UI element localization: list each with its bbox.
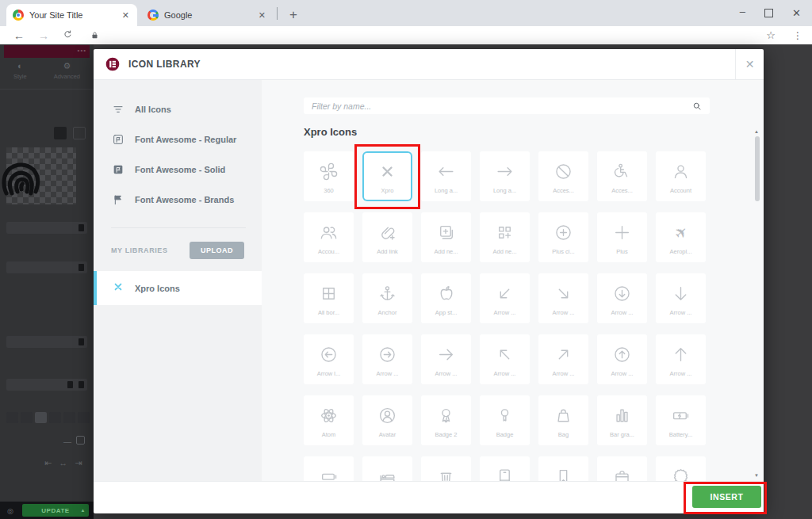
size-button[interactable] [21, 412, 33, 423]
divider-option-icon[interactable] [76, 436, 85, 445]
icon-tile-long-a[interactable]: Long a... [421, 151, 471, 201]
reload-icon[interactable] [63, 29, 73, 41]
sidebar-item-xpro-icons[interactable]: Xpro Icons [94, 271, 262, 305]
icon-tile-battery[interactable]: Battery... [656, 395, 706, 445]
icon-tile-arrow[interactable]: Arrow ... [656, 334, 706, 384]
icon-tile-xpro[interactable]: Xpro [362, 151, 412, 201]
icon-tile-anchor[interactable]: Anchor [362, 273, 412, 323]
icon-tile[interactable] [538, 456, 588, 481]
new-tab-button[interactable]: + [283, 5, 304, 25]
icon-tile-add-ne[interactable]: Add ne... [480, 212, 530, 262]
icon-tile-avatar[interactable]: Avatar [362, 395, 412, 445]
maximize-icon[interactable] [764, 9, 773, 17]
align-left-icon[interactable]: ⇤ [44, 458, 52, 468]
tab-google[interactable]: Google ✕ [141, 4, 274, 26]
close-tab-icon[interactable]: ✕ [121, 10, 131, 21]
icon-tile-acces[interactable]: Acces... [538, 151, 588, 201]
menu-dots-icon[interactable]: ⋮ [793, 30, 802, 41]
forward-icon[interactable]: → [38, 30, 49, 41]
panel-field[interactable] [6, 379, 87, 391]
icon-tile-label: Avatar [379, 431, 396, 438]
icon-tile-atom[interactable]: Atom [304, 395, 354, 445]
align-center-icon[interactable]: ↔ [59, 458, 67, 468]
icon-tile-arrow[interactable]: Arrow ... [597, 334, 647, 384]
icon-tile[interactable] [597, 456, 647, 481]
scrollbar-up-icon[interactable]: ▲ [754, 129, 759, 134]
sidebar-item-font-awesome-solid[interactable]: Font Awesome - Solid [94, 155, 262, 185]
icon-tile-add-link[interactable]: Add link [362, 212, 412, 262]
align-right-icon[interactable]: ⇥ [75, 458, 82, 468]
icon-tile[interactable] [362, 456, 412, 481]
back-icon[interactable]: ← [13, 30, 25, 41]
close-modal-icon[interactable]: ✕ [735, 49, 764, 79]
tab-advanced[interactable]: ⚙ Advanced [54, 62, 80, 80]
icon-tile-arrow[interactable]: Arrow ... [538, 273, 588, 323]
icon-tile-account[interactable]: Account [656, 151, 706, 201]
close-window-icon[interactable]: ✕ [792, 7, 801, 19]
icon-tile-360[interactable]: 360 [304, 151, 354, 201]
icon-view-toggle[interactable] [54, 127, 67, 139]
gear-icon[interactable] [67, 381, 73, 388]
size-button-selected[interactable] [35, 412, 47, 423]
trash-icon[interactable] [79, 264, 84, 271]
icon-tile-all-bor[interactable]: All bor... [304, 273, 354, 323]
icon-tile-bag[interactable]: Bag [538, 395, 588, 445]
update-button[interactable]: UPDATE ▲ [22, 504, 89, 517]
divider-style-control[interactable]: — [63, 437, 71, 446]
trash-icon[interactable] [79, 381, 84, 388]
size-button[interactable] [78, 412, 90, 423]
icon-view-toggle-alt[interactable] [73, 127, 86, 139]
icon-tile-aeropl[interactable]: ✈Aeropl... [656, 212, 706, 262]
filter-input[interactable] [312, 101, 692, 111]
scrollbar-thumb[interactable] [755, 136, 760, 201]
icon-tile-bar-gra[interactable]: Bar gra... [597, 395, 647, 445]
bookmark-star-icon[interactable]: ☆ [766, 29, 776, 41]
icon-tile-arrow[interactable]: Arrow ... [597, 273, 647, 323]
icon-tile[interactable] [480, 456, 530, 481]
close-tab-icon[interactable]: ✕ [257, 10, 267, 21]
panel-menu-icon[interactable]: ••• [78, 47, 86, 54]
sidebar-item-font-awesome-brands[interactable]: Font Awesome - Brands [94, 185, 262, 215]
icon-tile-add-ne[interactable]: Add ne... [421, 212, 471, 262]
modal-header: ICON LIBRARY ✕ [94, 49, 764, 80]
icon-tile-arrow[interactable]: Arrow ... [362, 334, 412, 384]
panel-field[interactable] [6, 336, 87, 348]
minimize-icon[interactable]: – [740, 6, 745, 17]
icon-tile[interactable] [421, 456, 471, 481]
icon-tile-long-a[interactable]: Long a... [480, 151, 530, 201]
icon-tile-acces[interactable]: Acces... [597, 151, 647, 201]
sidebar-item-all-icons[interactable]: All Icons [94, 94, 262, 124]
icon-tile-arrow[interactable]: Arrow ... [656, 273, 706, 323]
size-button[interactable] [49, 412, 61, 423]
icon-tile-label: Plus [616, 248, 628, 255]
size-button[interactable] [63, 412, 75, 423]
tab-your-site-title[interactable]: Your Site Title ✕ [6, 4, 137, 26]
icon-tile-plus-ci[interactable]: Plus ci... [538, 212, 588, 262]
tab-label: Style [13, 73, 27, 80]
upload-button[interactable]: UPLOAD [190, 242, 244, 259]
preview-icon[interactable]: ◎ [7, 507, 13, 515]
tab-style[interactable]: ◐ Style [13, 62, 27, 80]
book-icon [495, 462, 515, 481]
icon-tile-app-st[interactable]: App st... [421, 273, 471, 323]
icon-tile-arrow[interactable]: Arrow ... [538, 334, 588, 384]
sidebar-item-font-awesome-regular[interactable]: Font Awesome - Regular [94, 124, 262, 155]
panel-field[interactable] [6, 222, 87, 234]
icon-tile-arrow[interactable]: Arrow ... [421, 334, 471, 384]
icon-tile-accou[interactable]: Accou... [304, 212, 354, 262]
icon-tile-badge-2[interactable]: Badge 2 [421, 395, 471, 445]
icon-tile-label: Xpro [381, 187, 394, 194]
icon-tile-badge[interactable]: Badge [480, 395, 530, 445]
insert-button[interactable]: INSERT [692, 486, 761, 508]
scrollbar-down-icon[interactable]: ▼ [754, 473, 759, 478]
icon-tile[interactable] [304, 456, 354, 481]
trash-icon[interactable] [79, 338, 84, 345]
panel-field[interactable] [6, 261, 87, 273]
icon-tile[interactable] [656, 456, 706, 481]
size-button[interactable] [6, 412, 18, 423]
icon-tile-plus[interactable]: Plus [597, 212, 647, 262]
icon-tile-arrow-l[interactable]: Arrow l... [304, 334, 354, 384]
trash-icon[interactable] [79, 224, 84, 231]
icon-tile-arrow[interactable]: Arrow ... [480, 334, 530, 384]
icon-tile-arrow[interactable]: Arrow ... [480, 273, 530, 323]
